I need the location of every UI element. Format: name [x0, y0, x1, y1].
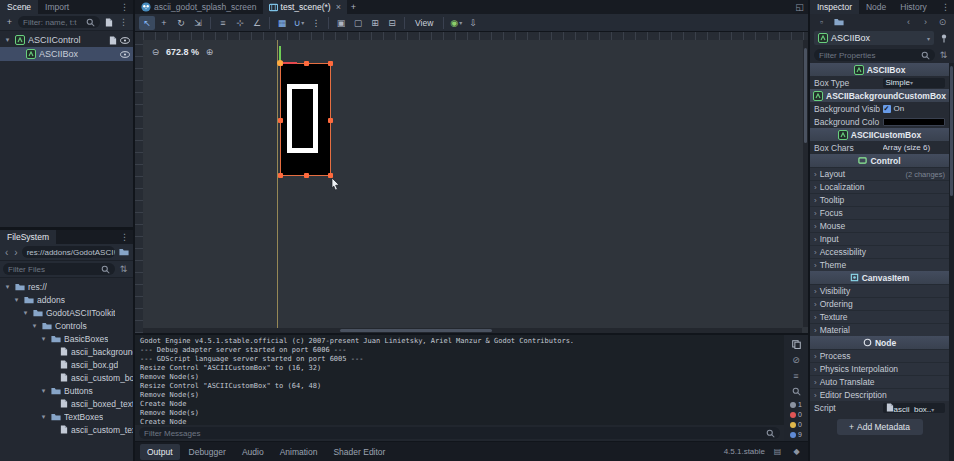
fs-item-godotasciitoolkit[interactable]: ▾GodotASCIIToolkit [0, 306, 133, 319]
inspector-history-icon[interactable]: ⊙ [936, 15, 949, 28]
scene-dock-menu-icon[interactable]: ⋮ [117, 16, 130, 29]
distraction-free-icon[interactable]: ◱ [793, 1, 806, 14]
panel-expand-icon[interactable]: ◆ [790, 445, 803, 458]
sort-files-icon[interactable]: ⇅ [117, 263, 130, 276]
section-accessibility[interactable]: ›Accessibility [810, 245, 949, 258]
category-asciicustombox[interactable]: ASCIICustomBox [810, 128, 949, 141]
tab-scene[interactable]: Scene [0, 0, 38, 14]
filesystem-filter-input[interactable] [8, 265, 98, 274]
script-icon[interactable] [109, 36, 117, 45]
fs-item-res[interactable]: ▾res:// [0, 280, 133, 293]
fs-item-ascii-box-gd[interactable]: ascii_box.gd [0, 358, 133, 371]
new-scene-tab-button[interactable]: + [347, 1, 360, 14]
eye-icon[interactable] [120, 51, 130, 58]
eye-icon[interactable] [120, 36, 130, 45]
inspector-scrollbar-thumb[interactable] [950, 66, 953, 196]
collapse-icon[interactable]: ▾ [12, 296, 21, 304]
section-input[interactable]: ›Input [810, 232, 949, 245]
tab-node[interactable]: Node [859, 0, 893, 14]
canvas-vscrollbar[interactable] [803, 40, 808, 327]
panel-pin-icon[interactable]: ▤ [771, 445, 784, 458]
section-layout[interactable]: ›Layout(2 changes) [810, 167, 949, 180]
pan-tool-icon[interactable]: ⊹ [232, 16, 248, 30]
fs-item-controls[interactable]: ▾Controls [0, 319, 133, 332]
fs-item-ascii-boxed-text-bu[interactable]: ascii_boxed_text_bu... [0, 397, 133, 410]
section-texture[interactable]: ›Texture [810, 310, 949, 323]
scene-tab-ascii-godot-splash-screen[interactable]: ascii_godot_splash_screen [135, 0, 263, 14]
resize-handle-bottom-center[interactable] [304, 173, 309, 178]
move-tool-icon[interactable]: + [156, 16, 172, 30]
close-tab-icon[interactable]: × [334, 2, 341, 12]
ruler-tool-icon[interactable]: ∠ [249, 16, 265, 30]
group-selected-icon[interactable]: ⊞ [367, 16, 383, 30]
resize-handle-top-center[interactable] [304, 61, 309, 66]
load-resource-icon[interactable] [832, 15, 845, 28]
inspector-back-icon[interactable]: ‹ [902, 15, 915, 28]
collapse-duplicates-icon[interactable]: ≡ [790, 370, 803, 383]
section-material[interactable]: ›Material [810, 323, 949, 336]
category-asciibox[interactable]: ASCIIBox [810, 63, 949, 76]
resize-handle-middle-left[interactable] [278, 118, 283, 123]
resize-handle-top-right[interactable] [328, 61, 333, 66]
history-forward-icon[interactable]: › [12, 247, 19, 258]
add-metadata-button[interactable]: +Add Metadata [837, 419, 923, 435]
section-auto-translate[interactable]: ›Auto Translate [810, 375, 949, 388]
zoom-level[interactable]: 672.8 % [166, 47, 199, 57]
collapse-icon[interactable]: ▾ [21, 309, 30, 317]
collapse-icon[interactable]: ▾ [39, 387, 48, 395]
collapse-icon[interactable]: ▾ [39, 413, 48, 421]
fs-item-buttons[interactable]: ▾Buttons [0, 384, 133, 397]
bottom-tab-animation[interactable]: Animation [273, 444, 325, 460]
tab-history[interactable]: History [893, 0, 933, 14]
unlock-selected-icon[interactable]: ▢ [350, 16, 366, 30]
scene-dock-options-icon[interactable]: ⋮ [116, 0, 133, 14]
fs-item-ascii-custom-box-gd[interactable]: ascii_custom_box.gd [0, 371, 133, 384]
scene-node-asciibox[interactable]: ASCIIBox [0, 47, 133, 61]
search-log-icon[interactable] [790, 385, 803, 398]
tab-inspector[interactable]: Inspector [810, 0, 859, 14]
current-path[interactable]: res://addons/GodotASCIIT [22, 246, 115, 258]
new-resource-icon[interactable]: ▫ [815, 15, 828, 28]
array-value[interactable]: Array (size 6) [883, 143, 946, 152]
lock-selected-icon[interactable]: ▣ [333, 16, 349, 30]
vscrollbar-thumb[interactable] [804, 48, 807, 143]
output-filter-input[interactable] [144, 429, 763, 438]
category-node[interactable]: Node [810, 336, 949, 349]
scene-tab-test-scene[interactable]: test_scene(*)× [263, 0, 347, 14]
fs-item-ascii-background-c[interactable]: ascii_background_c... [0, 345, 133, 358]
bottom-tab-shader-editor[interactable]: Shader Editor [326, 444, 392, 460]
fs-item-textboxes[interactable]: ▾TextBoxes [0, 410, 133, 423]
preview-toggle-icon[interactable]: ◉▾ [448, 16, 464, 30]
list-select-tool-icon[interactable]: ≡ [215, 16, 231, 30]
section-visibility[interactable]: ›Visibility [810, 284, 949, 297]
inspector-forward-icon[interactable]: › [919, 15, 932, 28]
rotate-tool-icon[interactable]: ↻ [173, 16, 189, 30]
category-canvasitem[interactable]: CanvasItem [810, 271, 949, 284]
scene-node-asciicontrol[interactable]: ▾ASCIIControl [0, 33, 133, 47]
resize-handle-middle-right[interactable] [328, 118, 333, 123]
bottom-tab-audio[interactable]: Audio [235, 444, 271, 460]
scene-filter-input[interactable] [23, 18, 83, 27]
section-localization[interactable]: ›Localization [810, 180, 949, 193]
overlay-menu-icon[interactable]: ⇩ [465, 16, 481, 30]
std-messages-count[interactable]: 1 [790, 401, 802, 408]
clear-log-icon[interactable]: ⊘ [790, 354, 803, 367]
scale-tool-icon[interactable]: ⇲ [190, 16, 206, 30]
tab-import[interactable]: Import [38, 0, 76, 14]
checkbox-icon[interactable]: ✓ [883, 105, 891, 113]
section-editor-description[interactable]: ›Editor Description [810, 388, 949, 401]
section-theme[interactable]: ›Theme [810, 258, 949, 271]
view-menu-button[interactable]: View [409, 18, 439, 28]
bottom-tab-debugger[interactable]: Debugger [182, 444, 233, 460]
property-sort-icon[interactable]: ⇅ [937, 49, 950, 62]
select-tool-icon[interactable]: ↖ [139, 16, 155, 30]
section-process[interactable]: ›Process [810, 349, 949, 362]
grid-snap-icon[interactable]: ∪▾ [291, 16, 307, 30]
inspector-filter-input[interactable] [819, 51, 918, 60]
collapse-icon[interactable]: ▾ [3, 283, 12, 291]
snap-options-icon[interactable]: ⋮ [308, 16, 324, 30]
focus-current-file-button[interactable] [117, 246, 130, 259]
messages-count[interactable]: 9 [790, 431, 802, 438]
resize-handle-bottom-left[interactable] [278, 173, 283, 178]
node-selector[interactable]: ASCIIBox ▾ [814, 31, 934, 45]
